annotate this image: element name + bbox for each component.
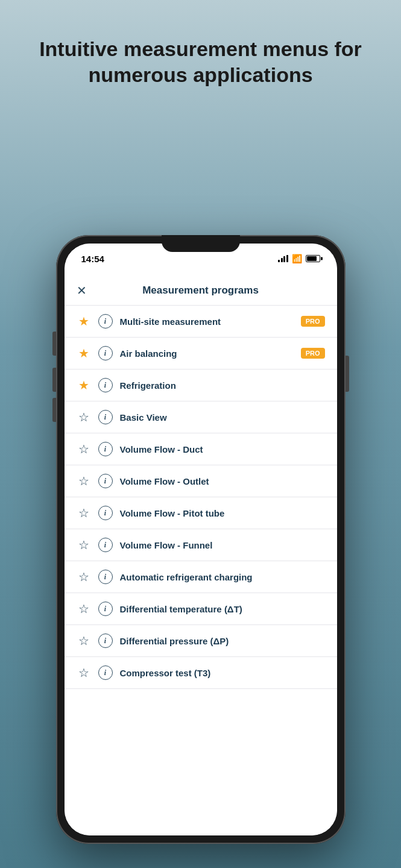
info-circle-icon[interactable]: i [98,602,113,616]
battery-icon [306,255,320,262]
info-circle-icon[interactable]: i [98,378,113,392]
menu-item-4[interactable]: ☆iBasic View [65,401,337,433]
info-circle-icon[interactable]: i [98,346,113,360]
header-title: Measurement programs [95,285,325,297]
menu-item-label: Multi-site measurement [120,316,294,327]
signal-bars-icon [278,255,288,262]
menu-item-2[interactable]: ★iAir balancingPRO [65,338,337,370]
menu-item-label: Automatic refrigerant charging [120,572,325,582]
menu-item-3[interactable]: ★iRefrigeration [65,370,337,401]
menu-item-label: Volume Flow - Duct [120,444,325,454]
status-time: 14:54 [81,254,104,264]
status-icons: 📶 [278,254,320,263]
star-icon[interactable]: ☆ [77,602,91,616]
menu-item-label: Volume Flow - Funnel [120,540,325,550]
menu-item-1[interactable]: ★iMulti-site measurementPRO [65,306,337,338]
info-circle-icon[interactable]: i [98,314,113,329]
info-circle-icon[interactable]: i [98,570,113,584]
menu-list: ★iMulti-site measurementPRO★iAir balanci… [65,306,337,689]
info-circle-icon[interactable]: i [98,442,113,456]
menu-item-10[interactable]: ☆iDifferential temperature (ΔT) [65,593,337,625]
info-circle-icon[interactable]: i [98,634,113,648]
menu-item-label: Volume Flow - Pitot tube [120,508,325,518]
star-icon[interactable]: ☆ [77,410,91,424]
pro-badge: PRO [301,348,325,359]
star-icon[interactable]: ★ [77,378,91,392]
phone-frame: 14:54 📶 ✕ Measurement programs [56,235,346,844]
menu-item-7[interactable]: ☆iVolume Flow - Pitot tube [65,497,337,529]
screen: 14:54 📶 ✕ Measurement programs [65,244,337,835]
info-circle-icon[interactable]: i [98,474,113,488]
menu-item-label: Air balancing [120,348,294,359]
app-content[interactable]: ✕ Measurement programs ★iMulti-site meas… [65,274,337,835]
menu-item-5[interactable]: ☆iVolume Flow - Duct [65,433,337,465]
star-icon[interactable]: ☆ [77,506,91,520]
star-icon[interactable]: ★ [77,314,91,329]
menu-item-9[interactable]: ☆iAutomatic refrigerant charging [65,561,337,593]
star-icon[interactable]: ☆ [77,634,91,648]
star-icon[interactable]: ☆ [77,665,91,680]
menu-item-label: Differential pressure (ΔP) [120,636,325,646]
app-header: ✕ Measurement programs [65,274,337,306]
menu-item-12[interactable]: ☆iCompressor test (T3) [65,657,337,689]
menu-item-label: Volume Flow - Outlet [120,476,325,486]
menu-item-8[interactable]: ☆iVolume Flow - Funnel [65,529,337,561]
menu-item-6[interactable]: ☆iVolume Flow - Outlet [65,465,337,497]
menu-item-11[interactable]: ☆iDifferential pressure (ΔP) [65,625,337,657]
info-circle-icon[interactable]: i [98,665,113,680]
close-button[interactable]: ✕ [77,283,95,298]
wifi-icon: 📶 [292,254,302,263]
info-circle-icon[interactable]: i [98,410,113,424]
notch [162,235,240,252]
star-icon[interactable]: ☆ [77,474,91,488]
menu-item-label: Refrigeration [120,380,325,391]
star-icon[interactable]: ☆ [77,538,91,552]
menu-item-label: Differential temperature (ΔT) [120,604,325,614]
pro-badge: PRO [301,316,325,327]
headline: Intuitive measurement menus for numerous… [0,0,401,105]
info-circle-icon[interactable]: i [98,506,113,520]
menu-item-label: Basic View [120,412,325,423]
menu-item-label: Compressor test (T3) [120,668,325,678]
star-icon[interactable]: ★ [77,346,91,360]
star-icon[interactable]: ☆ [77,570,91,584]
star-icon[interactable]: ☆ [77,442,91,456]
info-circle-icon[interactable]: i [98,538,113,552]
